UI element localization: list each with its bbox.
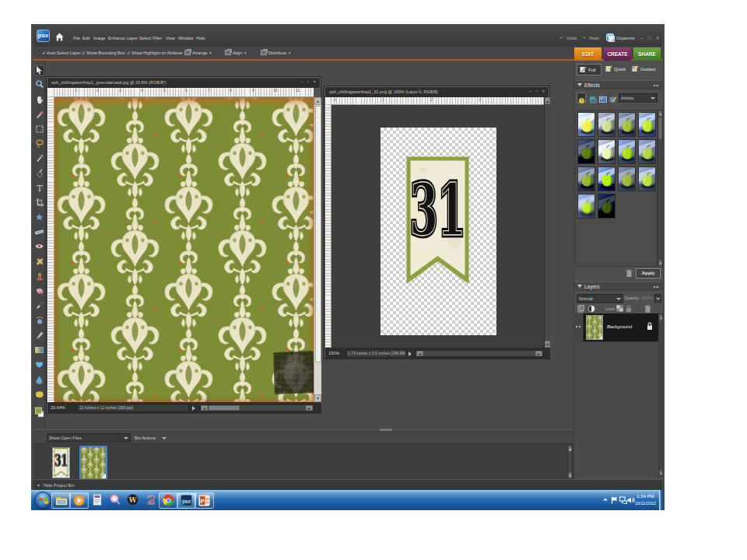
home-icon[interactable] [55, 33, 64, 41]
scroll-down-arrow[interactable]: ▼ [568, 472, 572, 478]
apply-button[interactable]: Apply [636, 268, 661, 278]
doc1-horizontal-scrollbar[interactable]: ◄► [200, 404, 314, 411]
start-button[interactable] [34, 492, 51, 509]
align-button[interactable]: Align ▼ [225, 49, 247, 58]
effect-thumbnail-11[interactable] [618, 166, 636, 191]
effects-all-icon[interactable] [608, 93, 618, 103]
scroll-down-arrow[interactable]: ▼ [659, 470, 662, 476]
distribute-button[interactable]: Distribute ▼ [261, 49, 292, 58]
tool-clone-stamp[interactable] [34, 272, 44, 282]
adjustment-layer-icon[interactable] [587, 305, 595, 313]
pse-logo-icon[interactable]: pse [37, 30, 50, 42]
taskbar-wow-icon[interactable]: W [123, 492, 142, 509]
effect-thumbnail-2[interactable] [598, 112, 615, 137]
scroll-up-arrow[interactable]: ▲ [568, 446, 572, 452]
scroll-down-arrow[interactable]: ▼ [314, 394, 321, 402]
tool-smart-brush[interactable] [34, 317, 44, 327]
tool-magic-wand[interactable] [34, 154, 44, 164]
doc1-zoom-level[interactable]: 20.64% [51, 405, 65, 410]
layer-thumbnail[interactable] [586, 315, 603, 340]
taskbar-explorer-icon[interactable] [51, 492, 71, 509]
doc1-vertical-scrollbar[interactable]: ▲ ▼ [314, 97, 321, 402]
menu-edit[interactable]: Edit [82, 34, 89, 42]
show-desktop-button[interactable] [659, 490, 665, 510]
tool-gradient[interactable] [34, 346, 44, 356]
doc2-zoom-level[interactable]: 100% [328, 351, 339, 355]
scroll-thumb[interactable] [209, 405, 240, 411]
scroll-up-arrow[interactable]: ▲ [659, 314, 662, 320]
bin-thumbnail-greendamask[interactable] [79, 446, 107, 480]
taskbar-two-icon[interactable]: 2 [141, 492, 160, 509]
panel-menu-icon[interactable]: •• [653, 285, 659, 289]
menu-image[interactable]: Image [93, 34, 105, 42]
bin-actions-button[interactable]: Bin Actions [135, 436, 156, 440]
tool-move[interactable] [34, 65, 44, 75]
effect-thumbnail-13[interactable] [577, 194, 595, 219]
menu-layer[interactable]: Layer [127, 34, 138, 42]
effects-photo-effects-icon[interactable] [598, 93, 608, 103]
tray-action-center-icon[interactable] [611, 496, 618, 504]
mode-guided-button[interactable]: Guided [632, 64, 658, 75]
opacity-spinner[interactable] [654, 294, 661, 303]
menu-filter[interactable]: Filter [153, 34, 162, 42]
taskbar-clock[interactable]: 1:34 PM 10/11/2012 [633, 492, 658, 508]
bin-scrollbar[interactable]: ▲ ▼ [567, 445, 573, 479]
tool-spot-healing-brush[interactable] [34, 257, 44, 268]
minimize-button[interactable]: – [638, 35, 644, 41]
mode-quick-button[interactable]: Quick [605, 64, 629, 75]
scroll-right-arrow[interactable]: ► [535, 351, 542, 356]
panel-menu-icon[interactable]: •• [653, 84, 659, 87]
tray-hidden-icons-arrow[interactable] [602, 496, 608, 502]
effect-thumbnail-3[interactable] [618, 112, 636, 137]
scroll-left-arrow[interactable]: ◄ [416, 351, 423, 356]
scroll-right-arrow[interactable]: ► [306, 405, 313, 411]
effect-thumbnail-7[interactable] [618, 139, 636, 164]
tool-straighten[interactable] [34, 228, 44, 238]
tab-create[interactable]: CREATE [604, 47, 631, 61]
scroll-thumb[interactable] [315, 106, 321, 362]
opacity-value[interactable]: 100% [641, 296, 652, 300]
taskbar-pse-icon[interactable]: pse [177, 492, 196, 509]
effects-filters-icon[interactable] [577, 93, 586, 103]
arrange-button[interactable]: Arrange ▼ [184, 49, 212, 58]
effect-thumbnail-6[interactable] [598, 139, 615, 164]
show-open-files-dropdown[interactable]: Show Open Files [47, 433, 131, 443]
layers-scrollbar[interactable]: ▲ ▼ [658, 313, 663, 477]
menu-file[interactable]: File [73, 34, 80, 42]
taskbar-media-player-icon[interactable] [69, 492, 89, 509]
tool-eraser[interactable] [34, 287, 44, 297]
status-expand-arrow[interactable] [409, 352, 412, 356]
effect-thumbnail-8[interactable] [638, 139, 656, 164]
lock-all-icon[interactable] [626, 305, 632, 313]
tool-cookie-cutter[interactable] [34, 213, 44, 223]
menu-select[interactable]: Select [139, 34, 151, 42]
scroll-down-arrow[interactable]: ▼ [658, 260, 662, 266]
effect-thumbnail-14[interactable] [598, 194, 615, 219]
layers-panel-header[interactable]: Layers •• [574, 282, 663, 291]
effect-thumbnail-1[interactable] [577, 112, 595, 137]
taskbar-chrome-icon[interactable] [159, 492, 178, 509]
eye-icon[interactable] [576, 326, 577, 327]
new-layer-icon[interactable] [577, 305, 584, 313]
tray-network-icon[interactable] [619, 496, 627, 504]
tool-crop[interactable] [34, 198, 44, 208]
scroll-down-arrow[interactable]: ▼ [545, 341, 550, 348]
effect-thumbnail-9[interactable] [577, 166, 595, 191]
scroll-left-arrow[interactable]: ◄ [201, 405, 208, 411]
tool-eyedropper[interactable] [34, 110, 44, 121]
doc1-title-bar[interactable]: eph_chillingsworthsp1_greendamask.jpg @ … [47, 78, 320, 88]
doc1-canvas-image[interactable] [54, 97, 314, 402]
layer-visibility-column[interactable] [574, 313, 584, 341]
taskbar-document-icon[interactable] [87, 492, 107, 509]
menu-view[interactable]: View [166, 34, 175, 42]
organizer-icon[interactable] [606, 33, 614, 41]
effects-scrollbar[interactable]: ▲ ▼ [658, 110, 663, 267]
scroll-up-arrow[interactable]: ▲ [314, 97, 321, 105]
menu-help[interactable]: Help [196, 34, 205, 42]
menu-enhance[interactable]: Enhance [108, 34, 125, 42]
doc2-vertical-scrollbar[interactable]: ▲ ▼ [544, 97, 550, 348]
tool-sponge[interactable] [34, 390, 44, 401]
scroll-up-arrow[interactable]: ▲ [545, 97, 550, 104]
tool-quick-selection[interactable] [34, 169, 44, 179]
effect-thumbnail-5[interactable] [577, 139, 595, 164]
